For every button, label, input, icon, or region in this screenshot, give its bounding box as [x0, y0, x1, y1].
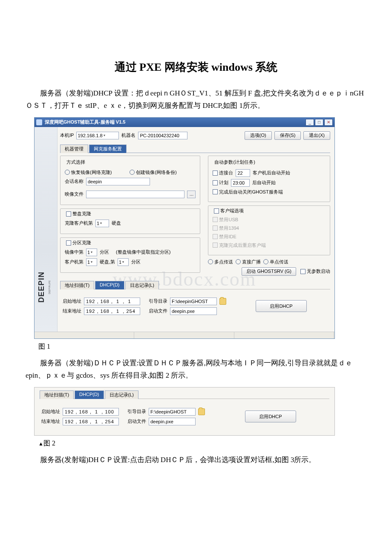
- subtab-scan[interactable]: 地址扫描(T): [60, 281, 94, 289]
- disable-1394: 禁用1394: [213, 225, 239, 231]
- brand-subtitle: DEEP IN LIFE: [48, 280, 51, 294]
- machine-name-label: 机器名: [121, 132, 135, 139]
- p2-enable-dhcp-button[interactable]: 启用DHCP: [245, 410, 296, 422]
- branding-strip: DEEP IN LIFE DEEPIN: [35, 127, 58, 332]
- fulldisk-value[interactable]: 1: [95, 220, 109, 227]
- machine-name-input[interactable]: [138, 132, 187, 139]
- bootdir-input[interactable]: [170, 298, 217, 305]
- p2-bootdir-input[interactable]: [149, 408, 196, 416]
- minimize-button[interactable]: _: [306, 119, 314, 126]
- statusbar: [35, 332, 334, 338]
- tab-machine-management[interactable]: 机器管理: [60, 145, 88, 153]
- session-input[interactable]: [86, 178, 150, 185]
- bootfile-input[interactable]: [170, 307, 217, 315]
- exit-button[interactable]: 退出(X): [303, 131, 330, 140]
- doc-title: 通过 PXE 网络安装 windows 系统: [26, 60, 366, 75]
- fulldisk-suffix: 硬盘: [112, 220, 121, 226]
- part-disk-idx[interactable]: 1: [86, 258, 97, 266]
- fulldisk-checkbox[interactable]: 整盘克隆: [65, 211, 92, 217]
- local-ip-input[interactable]: 192.168.1.8: [76, 132, 119, 139]
- paragraph-1: 服务器（发射端)DHCP 设置：把ｄeepiｎGHＯST_V1、51 解压到 F…: [26, 87, 366, 112]
- radio-create[interactable]: 创建镜像(网络备份): [130, 169, 176, 176]
- maximize-button[interactable]: □: [315, 119, 323, 126]
- image-file-input[interactable]: [86, 191, 184, 198]
- part-image-idx[interactable]: 1: [86, 249, 97, 256]
- cast-multicast[interactable]: 多点传送: [208, 259, 233, 265]
- auto-connect-chk[interactable]: 连接台: [213, 170, 233, 176]
- mode-group-title: 方式选择: [65, 159, 87, 165]
- p2-start-label: 启始地址: [41, 408, 60, 415]
- p2-subtab-log[interactable]: 日志记录(L): [105, 390, 138, 399]
- p2-browse-folder-icon[interactable]: [198, 408, 205, 415]
- part-l1a: 镜像中第: [65, 249, 84, 255]
- figure-1-caption: 图 1: [38, 342, 366, 351]
- subtab-dhcp[interactable]: DHCP(D): [95, 281, 124, 289]
- auto-plan-suffix: 后自动开始: [252, 179, 276, 186]
- auto-plan-chk[interactable]: 计划: [213, 179, 228, 186]
- browse-image-button[interactable]: …: [187, 191, 196, 198]
- titlebar: 深度网吧GHOST辅助工具-服务端 V1.5 _ □ ✕: [35, 118, 334, 127]
- dhcp-end-input[interactable]: [84, 307, 140, 315]
- client-options-chk[interactable]: 客户端选项: [213, 208, 245, 214]
- paragraph-3: 服务器(发射端)DHＣＰ设置:点击启动 DHＣＰ后，会弹出选项设置对话框,如图 …: [26, 454, 366, 466]
- fulldisk-group: 整盘克隆 克隆客户机第 1 硬盘: [60, 208, 200, 234]
- figure-2-caption: ▲图 2: [38, 439, 366, 448]
- session-label: 会话名称: [65, 178, 84, 185]
- browse-folder-icon[interactable]: [219, 298, 226, 305]
- partition-group: 分区克隆 镜像中第 1 分区 (整盘镜像中提取指定分区) 客户机第 1 硬盘,第…: [60, 237, 200, 273]
- fulldisk-line-a: 克隆客户机第: [65, 220, 93, 226]
- app-window: 深度网吧GHOST辅助工具-服务端 V1.5 _ □ ✕ DEEP IN LIF…: [34, 117, 335, 339]
- local-ip-label: 本机IP: [60, 132, 74, 139]
- options-button[interactable]: 选项(O): [245, 131, 272, 140]
- no-args-chk[interactable]: 无参数启动: [300, 268, 330, 275]
- p2-end-label: 结束地址: [41, 418, 60, 425]
- cast-unicast[interactable]: 单点传送: [263, 259, 288, 265]
- p2-start-input[interactable]: [63, 408, 119, 416]
- tab-netclone-config[interactable]: 网克服务配置: [89, 145, 127, 153]
- app-icon: [36, 119, 42, 125]
- part-l2a: 客户机第: [65, 259, 84, 265]
- dhcp-panel-2: 地址扫描(T) DHCP(D) 日志记录(L) 启始地址 结束地址 引导目录: [34, 387, 335, 436]
- dhcp-start-input[interactable]: [84, 298, 140, 305]
- paragraph-2: 服务器（发射端)ＤＨＣＰ设置:设置ＤＨＣＰ服务器,网段与本地ＩＰ同一网段,引导目…: [26, 357, 366, 382]
- radio-restore[interactable]: 恢复镜像(网络克隆): [65, 169, 112, 176]
- cast-broadcast[interactable]: 直接广播: [236, 259, 261, 265]
- save-button[interactable]: 保存(S): [274, 131, 301, 140]
- start-ghostsrv-button[interactable]: 启动 GHOSTSRV (G): [242, 267, 296, 276]
- p2-subtab-dhcp[interactable]: DHCP(D): [75, 390, 104, 399]
- autoparams-title: 自动参数(计划任务): [213, 159, 257, 165]
- bootdir-label: 引导目录: [149, 298, 167, 304]
- image-file-label: 映像文件: [65, 191, 84, 197]
- part-l2b: 硬盘,第: [100, 259, 115, 265]
- p2-bootfile-input[interactable]: [149, 418, 196, 425]
- autoparams-group: 自动参数(计划任务) 连接台 客户机后自动开始 计划 后自动开始 完成: [208, 156, 330, 202]
- part-l1b: 分区: [100, 249, 109, 255]
- disable-usb: 禁用USB: [213, 217, 238, 223]
- p2-bootfile-label: 启动文件: [127, 418, 146, 425]
- disable-ide: 禁用IDE: [213, 234, 236, 240]
- client-options-group: 客户端选项 禁用USB 禁用1394 禁用IDE 克隆完成后重启客户端: [208, 205, 330, 255]
- part-l2c: 分区: [131, 259, 141, 265]
- enable-dhcp-button[interactable]: 启用DHCP: [256, 300, 307, 312]
- auto-connect-count[interactable]: [236, 169, 250, 177]
- auto-close-chk[interactable]: 完成后自动关闭GHOST服务端: [213, 189, 282, 195]
- p2-subtab-scan[interactable]: 地址扫描(T): [40, 390, 74, 399]
- reboot-after-clone: 克隆完成后重启客户端: [213, 242, 266, 249]
- auto-plan-time[interactable]: [231, 179, 250, 187]
- close-button[interactable]: ✕: [324, 119, 333, 126]
- part-part-idx[interactable]: 1: [118, 258, 129, 266]
- brand-logo: DEEPIN: [37, 272, 46, 303]
- dhcp-start-label: 启始地址: [63, 298, 81, 304]
- window-title: 深度网吧GHOST辅助工具-服务端 V1.5: [45, 119, 305, 125]
- mode-group: 方式选择 恢复镜像(网络克隆) 创建镜像(网络备份) 会话名称 映像文件: [60, 156, 200, 205]
- bootfile-label: 启动文件: [149, 308, 167, 314]
- p2-end-input[interactable]: [63, 418, 119, 425]
- subtab-log[interactable]: 日志记录(L): [125, 281, 159, 289]
- part-l1c: (整盘镜像中提取指定分区): [116, 249, 170, 255]
- auto-connect-suffix: 客户机后自动开始: [253, 170, 290, 176]
- dhcp-end-label: 结束地址: [63, 308, 81, 314]
- p2-bootdir-label: 引导目录: [127, 408, 146, 415]
- partition-checkbox[interactable]: 分区克隆: [65, 240, 92, 246]
